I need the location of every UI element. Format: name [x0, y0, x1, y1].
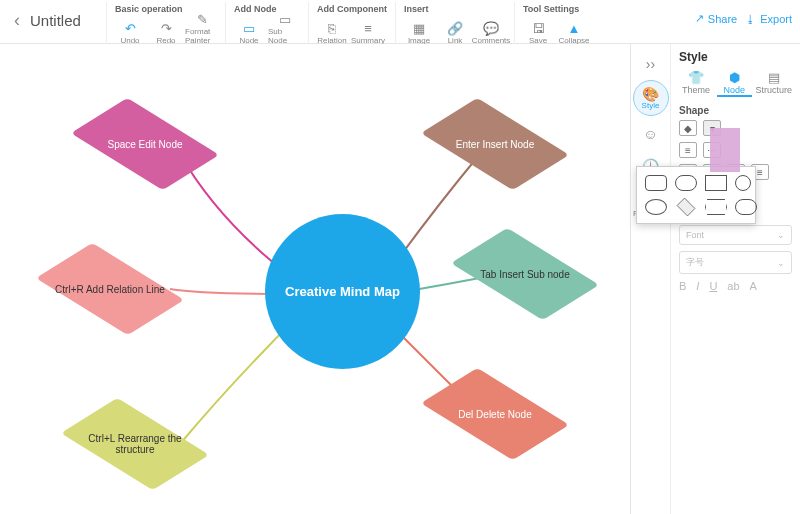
node-n3[interactable]: Ctrl+L Rearrange the structure [70, 404, 200, 484]
node-n4[interactable]: Enter Insert Node [430, 104, 560, 184]
toolbar-relation[interactable]: ⎘Relation [315, 15, 349, 45]
toolbar-group: Basic operation↶Undo↷Redo✎Format Painter [106, 2, 225, 45]
shape-pill[interactable] [675, 175, 697, 191]
toolbar-image[interactable]: ▦Image [402, 15, 436, 45]
toolbar-comments[interactable]: 💬Comments [474, 15, 508, 45]
strike-button[interactable]: ab [727, 280, 739, 292]
panel-rail: ›› 🎨Style☺🕘History🔧Feedback [631, 44, 671, 514]
toolbar-group: Insert▦Image🔗Link💬Comments [395, 2, 514, 45]
image-icon: ▦ [413, 21, 425, 36]
toolbar-group: Tool Settings🖫Save▲Collapse [514, 2, 597, 45]
center-node[interactable]: Creative Mind Map [265, 214, 420, 369]
underline-button[interactable]: U [709, 280, 717, 292]
undo-icon: ↶ [125, 21, 136, 36]
font-size-select[interactable]: 字号⌄ [679, 251, 792, 274]
toolbar-format-painter[interactable]: ✎Format Painter [185, 15, 219, 45]
fill-color-button[interactable]: ◆ [679, 120, 697, 136]
node-n2[interactable]: Ctrl+R Add Relation Line [45, 249, 175, 329]
relation-icon: ⎘ [328, 21, 336, 36]
rail-style[interactable]: 🎨Style [633, 80, 669, 116]
shape-section-label: Shape [679, 105, 792, 116]
toolbar-redo[interactable]: ↷Redo [149, 15, 183, 45]
collapse-panel-icon[interactable]: ›› [640, 50, 661, 78]
tutorial-arrow [710, 128, 740, 172]
toolbar-group-label: Insert [402, 2, 508, 15]
shape-hex[interactable] [705, 199, 727, 215]
shape-rounded-rect[interactable] [645, 175, 667, 191]
style-panel: ›› 🎨Style☺🕘History🔧Feedback Style 👕Theme… [630, 44, 800, 514]
export-icon: ⭳ [745, 13, 756, 25]
toolbar-save[interactable]: 🖫Save [521, 15, 555, 45]
toolbar-node[interactable]: ▭Node [232, 15, 266, 45]
panel-tab-structure[interactable]: ▤Structure [756, 70, 793, 97]
shape-diamond[interactable] [677, 198, 696, 217]
shape-circle[interactable] [735, 175, 751, 191]
border-width-button[interactable]: ≡ [679, 142, 697, 158]
collapse-icon: ▲ [568, 21, 581, 36]
format-painter-icon: ✎ [197, 12, 208, 27]
shape-stadium[interactable] [735, 199, 757, 215]
shape-rect[interactable] [705, 175, 727, 191]
italic-button[interactable]: I [696, 280, 699, 292]
toolbar-group-label: Add Component [315, 2, 389, 15]
toolbar-summary[interactable]: ≡Summary [351, 15, 385, 45]
panel-tab-node[interactable]: ⬢Node [717, 70, 751, 97]
shape-ellipse[interactable] [645, 199, 667, 215]
rail-item1[interactable]: ☺ [633, 116, 669, 152]
back-button[interactable]: ‹ [8, 2, 26, 39]
panel-tabs: 👕Theme⬢Node▤Structure [679, 70, 792, 97]
top-toolbar: ‹ Untitled Basic operation↶Undo↷Redo✎For… [0, 0, 800, 44]
share-icon: ↗ [695, 12, 704, 25]
node-icon: ▭ [243, 21, 255, 36]
node-n6[interactable]: Del Delete Node [430, 374, 560, 454]
toolbar-undo[interactable]: ↶Undo [113, 15, 147, 45]
toolbar-link[interactable]: 🔗Link [438, 15, 472, 45]
comments-icon: 💬 [483, 21, 499, 36]
bold-button[interactable]: B [679, 280, 686, 292]
font-family-select[interactable]: Font⌄ [679, 225, 792, 245]
toolbar-group-label: Tool Settings [521, 2, 591, 15]
node-n1[interactable]: Space Edit Node [80, 104, 210, 184]
redo-icon: ↷ [161, 21, 172, 36]
export-button[interactable]: ⭳Export [745, 13, 792, 25]
toolbar-group: Add Node▭Node▭Sub Node [225, 2, 308, 45]
toolbar-group: Add Component⎘Relation≡Summary [308, 2, 395, 45]
toolbar-collapse[interactable]: ▲Collapse [557, 15, 591, 45]
toolbar-sub-node[interactable]: ▭Sub Node [268, 15, 302, 45]
summary-icon: ≡ [364, 21, 372, 36]
panel-tab-theme[interactable]: 👕Theme [679, 70, 713, 97]
toolbar-group-label: Add Node [232, 2, 302, 15]
font-color-button[interactable]: A [750, 280, 757, 292]
node-n5[interactable]: Tab Insert Sub node [460, 234, 590, 314]
save-icon: 🖫 [532, 21, 545, 36]
document-title[interactable]: Untitled [26, 2, 106, 29]
link-icon: 🔗 [447, 21, 463, 36]
mindmap-canvas[interactable]: Creative Mind Map Space Edit NodeCtrl+R … [0, 44, 630, 514]
share-button[interactable]: ↗Share [695, 12, 737, 25]
panel-title: Style [679, 50, 792, 64]
sub-node-icon: ▭ [279, 12, 291, 27]
shape-popup [636, 166, 756, 224]
